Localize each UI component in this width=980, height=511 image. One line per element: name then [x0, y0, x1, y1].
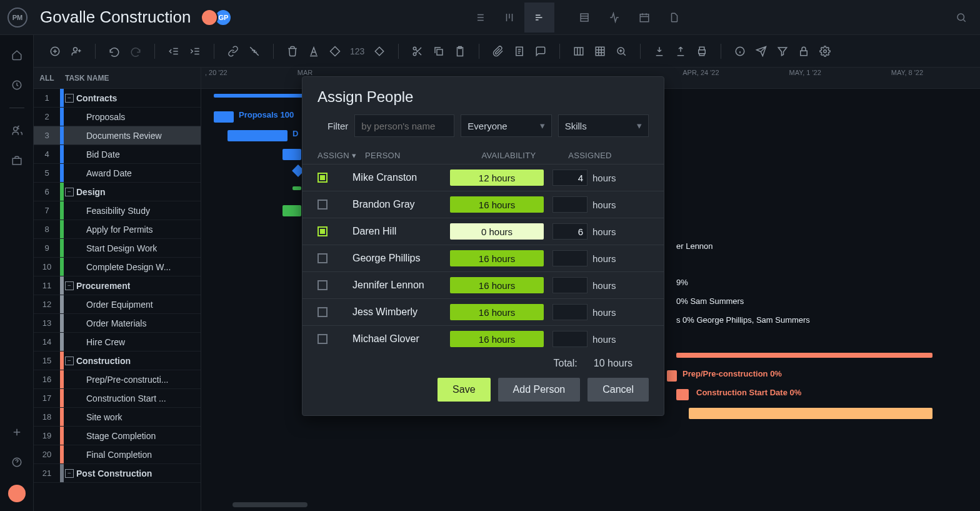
grid-icon[interactable]: [591, 43, 609, 60]
task-row[interactable]: 19Stage Completion: [34, 427, 201, 445]
collapse-icon[interactable]: −: [65, 281, 74, 290]
task-row[interactable]: 9Start Design Work: [34, 239, 201, 258]
assigned-hours-input[interactable]: [552, 277, 588, 293]
trash-icon[interactable]: [284, 43, 301, 60]
assigned-hours-input[interactable]: [552, 196, 588, 213]
col-person[interactable]: PERSON: [365, 151, 465, 160]
assign-checkbox[interactable]: [318, 253, 328, 263]
briefcase-icon[interactable]: [9, 153, 24, 168]
add-icon[interactable]: [9, 425, 24, 440]
sheet-view-icon[interactable]: [569, 3, 599, 33]
outdent-icon[interactable]: [165, 43, 182, 60]
recent-icon[interactable]: [9, 78, 24, 93]
avatar[interactable]: [201, 9, 218, 26]
collapse-icon[interactable]: −: [65, 188, 74, 196]
file-view-icon[interactable]: [659, 3, 689, 33]
filter-icon[interactable]: [774, 43, 791, 60]
task-row[interactable]: 7Feasibility Study: [34, 201, 201, 220]
scope-select[interactable]: Everyone: [461, 114, 551, 137]
task-row[interactable]: 13Order Materials: [34, 314, 201, 333]
tag-icon[interactable]: [326, 43, 344, 60]
comment-icon[interactable]: [532, 43, 549, 60]
task-row[interactable]: 5Award Date: [34, 164, 201, 183]
board-view-icon[interactable]: [494, 3, 524, 33]
assign-checkbox[interactable]: [318, 280, 328, 290]
assigned-hours-input[interactable]: [552, 169, 588, 186]
task-row[interactable]: 17Construction Start ...: [34, 389, 201, 408]
copy-icon[interactable]: [430, 43, 448, 60]
info-icon[interactable]: [731, 43, 749, 60]
columns-icon[interactable]: [570, 43, 588, 60]
task-row[interactable]: 15−Construction: [34, 352, 201, 370]
task-row[interactable]: 6−Design: [34, 183, 201, 201]
people-icon[interactable]: [9, 123, 24, 138]
undo-icon[interactable]: [106, 43, 123, 60]
indent-icon[interactable]: [186, 43, 204, 60]
task-row[interactable]: 14Hire Crew: [34, 333, 201, 352]
export-icon[interactable]: [672, 43, 689, 60]
app-logo[interactable]: PM: [8, 8, 28, 28]
help-icon[interactable]: [9, 455, 24, 470]
paste-icon[interactable]: [451, 43, 469, 60]
font-icon[interactable]: [305, 43, 322, 60]
people-list[interactable]: Mike Cranston 12 hours hours Brandon Gra…: [302, 164, 664, 352]
print-icon[interactable]: [693, 43, 711, 60]
horizontal-scrollbar[interactable]: [232, 502, 308, 507]
collapse-icon[interactable]: −: [65, 357, 74, 365]
add-circle-icon[interactable]: [46, 43, 64, 60]
collapse-icon[interactable]: −: [65, 94, 74, 103]
col-assigned[interactable]: ASSIGNED: [552, 151, 628, 160]
assign-checkbox[interactable]: [318, 307, 328, 317]
task-row[interactable]: 18Site work: [34, 408, 201, 427]
assign-checkbox[interactable]: [318, 334, 328, 344]
task-row[interactable]: 2Proposals: [34, 108, 201, 126]
person-add-icon[interactable]: [68, 43, 85, 60]
zoom-icon[interactable]: [612, 43, 630, 60]
task-row[interactable]: 10Complete Design W...: [34, 258, 201, 276]
task-rows-container[interactable]: 1−Contracts2Proposals3Documents Review4B…: [34, 89, 201, 511]
task-row[interactable]: 8Apply for Permits: [34, 220, 201, 239]
cut-icon[interactable]: [409, 43, 426, 60]
gantt-view-icon[interactable]: [524, 3, 554, 33]
add-person-button[interactable]: Add Person: [498, 378, 581, 402]
task-row[interactable]: 16Prep/Pre-constructi...: [34, 370, 201, 389]
settings-icon[interactable]: [816, 43, 834, 60]
lock-icon[interactable]: [795, 43, 812, 60]
task-row[interactable]: 1−Contracts: [34, 89, 201, 108]
col-availability[interactable]: AVAILABILITY: [465, 151, 552, 160]
diamond-icon[interactable]: [371, 43, 388, 60]
cancel-button[interactable]: Cancel: [588, 378, 649, 402]
activity-view-icon[interactable]: [599, 3, 629, 33]
assigned-hours-input[interactable]: [552, 331, 588, 347]
user-avatar[interactable]: [8, 485, 26, 502]
collaborator-avatars[interactable]: GP: [201, 9, 228, 26]
task-row[interactable]: 12Order Equipment: [34, 295, 201, 314]
skills-select[interactable]: Skills: [558, 114, 649, 137]
home-icon[interactable]: [9, 48, 24, 63]
filter-input[interactable]: [354, 114, 454, 137]
assigned-hours-input[interactable]: [552, 223, 588, 240]
list-view-icon[interactable]: [464, 3, 494, 33]
assign-checkbox[interactable]: [318, 173, 328, 183]
assign-checkbox[interactable]: [318, 200, 328, 210]
collapse-icon[interactable]: −: [65, 469, 74, 478]
unlink-icon[interactable]: [246, 43, 263, 60]
task-row[interactable]: 11−Procurement: [34, 276, 201, 295]
save-button[interactable]: Save: [438, 378, 490, 402]
col-assign[interactable]: ASSIGN ▾: [318, 151, 365, 160]
assign-checkbox[interactable]: [318, 226, 328, 236]
assigned-hours-input[interactable]: [552, 250, 588, 266]
task-row[interactable]: 21−Post Construction: [34, 464, 201, 483]
search-icon[interactable]: [950, 6, 972, 29]
task-row[interactable]: 3Documents Review: [34, 126, 201, 145]
link-icon[interactable]: [224, 43, 242, 60]
task-header-all[interactable]: ALL: [34, 74, 60, 83]
send-icon[interactable]: [752, 43, 770, 60]
attachment-icon[interactable]: [489, 43, 507, 60]
assigned-hours-input[interactable]: [552, 304, 588, 320]
redo-icon[interactable]: [127, 43, 144, 60]
task-row[interactable]: 20Final Completion: [34, 445, 201, 464]
calendar-view-icon[interactable]: [629, 3, 659, 33]
task-header-name[interactable]: TASK NAME: [60, 74, 109, 83]
task-row[interactable]: 4Bid Date: [34, 145, 201, 164]
